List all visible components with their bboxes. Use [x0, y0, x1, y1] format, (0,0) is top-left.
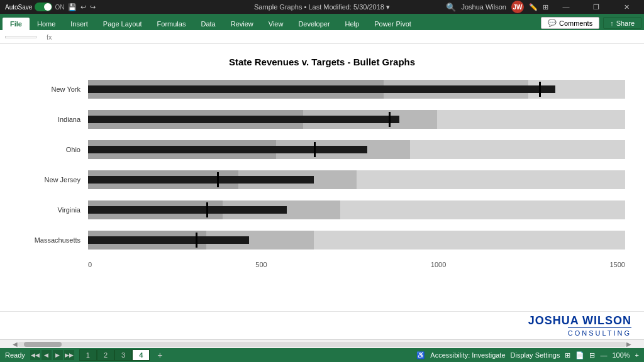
watermark: JOSHUA WILSON CONSULTING — [528, 314, 631, 337]
tab-file[interactable]: File — [3, 18, 30, 30]
bullet-label: Virginia — [19, 206, 88, 214]
save-icon[interactable]: 💾 — [68, 3, 77, 11]
accessibility-label[interactable]: Accessibility: Investigate — [430, 351, 505, 359]
page-break-icon[interactable]: ⊟ — [589, 351, 595, 359]
bullet-target-marker — [389, 112, 391, 127]
sheet-back-arrow[interactable]: ◀ — [42, 350, 52, 360]
layout-view-icon[interactable]: ⊞ — [565, 351, 570, 359]
watermark-area: JOSHUA WILSON CONSULTING — [0, 311, 644, 339]
add-sheet-icon[interactable]: + — [157, 350, 162, 360]
bullet-target-marker — [196, 233, 197, 248]
close-button[interactable]: ✕ — [614, 0, 639, 14]
search-icon[interactable]: 🔍 — [446, 3, 456, 12]
tab-home[interactable]: Home — [30, 18, 63, 30]
sheet-prev-arrow[interactable]: ◀◀ — [30, 350, 40, 360]
bullet-row: New York — [19, 80, 625, 99]
bullet-track — [88, 170, 625, 189]
toggle-knob — [44, 3, 52, 11]
restore-button[interactable]: ❐ — [584, 0, 609, 14]
zoom-in-icon[interactable]: + — [635, 351, 639, 359]
sheet-tab-3[interactable]: 3 — [114, 349, 132, 361]
bullet-target-marker — [539, 82, 541, 97]
autosave-toggle[interactable] — [35, 3, 52, 11]
page-layout-icon[interactable]: 📄 — [575, 351, 584, 359]
formula-bar: fx — [0, 30, 644, 44]
bullet-bar — [88, 85, 555, 93]
bullet-track — [88, 140, 625, 159]
title-bar: AutoSave ON 💾 ↩ ↪ Sample Graphs • Last M… — [0, 0, 644, 14]
title-bar-right: 🔍 Joshua Wilson JW ✏️ ⊞ — ❐ ✕ — [446, 0, 639, 14]
comments-icon: 💬 — [548, 19, 557, 27]
modified-chevron[interactable]: ▾ — [386, 3, 390, 11]
sheet-end-arrow[interactable]: ▶▶ — [64, 350, 74, 360]
sheet-tabs: 1 2 3 4 — [79, 349, 150, 361]
tab-data[interactable]: Data — [193, 18, 223, 30]
bullet-row: New Jersey — [19, 170, 625, 189]
tab-page-layout[interactable]: Page Layout — [96, 18, 150, 30]
tab-help[interactable]: Help — [338, 18, 367, 30]
bullet-bar — [88, 236, 249, 244]
bullet-bar — [88, 116, 399, 123]
bullet-row: Massachusetts — [19, 231, 625, 250]
accessibility-icon: ♿ — [416, 351, 425, 359]
bullet-label: New York — [19, 85, 88, 93]
pen-icon[interactable]: ✏️ — [529, 3, 538, 11]
tab-review[interactable]: Review — [223, 18, 261, 30]
bullet-track — [88, 200, 625, 219]
modified-date: Last Modified: 5/30/2018 — [308, 3, 384, 11]
x-axis: 0 500 1000 1500 — [19, 261, 625, 268]
scroll-track[interactable] — [18, 342, 626, 347]
bullet-row: Virginia — [19, 200, 625, 219]
sheet-tab-2[interactable]: 2 — [97, 349, 114, 361]
tab-insert[interactable]: Insert — [63, 18, 96, 30]
watermark-name: JOSHUA WILSON — [528, 314, 631, 327]
tab-formulas[interactable]: Formulas — [150, 18, 194, 30]
minimize-button[interactable]: — — [553, 0, 579, 14]
bullet-track — [88, 231, 625, 250]
tab-view[interactable]: View — [261, 18, 291, 30]
nav-arrows: ◀◀ ◀ ▶ ▶▶ — [30, 350, 74, 360]
scroll-left-arrow[interactable]: ◀ — [13, 341, 18, 348]
filename: Sample Graphs — [254, 3, 302, 11]
comments-button[interactable]: 💬 Comments — [541, 17, 599, 29]
autosave-state: ON — [55, 4, 64, 11]
ribbon-tabs: File Home Insert Page Layout Formulas Da… — [0, 14, 644, 30]
watermark-sub: CONSULTING — [568, 327, 631, 337]
scroll-right-arrow[interactable]: ▶ — [626, 341, 631, 348]
bullet-target-marker — [314, 142, 316, 157]
display-settings[interactable]: Display Settings — [511, 351, 560, 359]
bullet-track — [88, 110, 625, 129]
autosave-section: AutoSave ON — [5, 3, 64, 11]
title-bar-center: Sample Graphs • Last Modified: 5/30/2018… — [254, 3, 390, 11]
redo-icon[interactable]: ↪ — [90, 3, 96, 11]
status-right: ♿ Accessibility: Investigate Display Set… — [416, 351, 639, 359]
title-bar-left: AutoSave ON 💾 ↩ ↪ — [5, 3, 96, 11]
cell-ref[interactable] — [5, 36, 36, 38]
x-label-500: 500 — [255, 261, 267, 268]
autosave-label: AutoSave — [5, 4, 32, 11]
sheet-tab-1[interactable]: 1 — [79, 349, 97, 361]
undo-icon[interactable]: ↩ — [80, 3, 86, 11]
scroll-area[interactable]: ◀ ▶ — [0, 339, 644, 348]
bullet-row: Indiana — [19, 110, 625, 129]
share-icon: ↑ — [610, 19, 614, 27]
bullet-bar — [88, 176, 314, 184]
bullet-label: Indiana — [19, 116, 88, 123]
share-button[interactable]: ↑ Share — [603, 17, 641, 29]
tab-power-pivot[interactable]: Power Pivot — [367, 18, 419, 30]
zoom-out-icon[interactable]: — — [600, 351, 607, 359]
sheet-tab-4[interactable]: 4 — [132, 349, 150, 361]
ready-status: Ready — [5, 351, 25, 359]
bullet-row: Ohio — [19, 140, 625, 159]
tab-developer[interactable]: Developer — [291, 18, 337, 30]
sheet-fwd-arrow[interactable]: ▶ — [53, 350, 63, 360]
zoom-level: 100% — [612, 351, 630, 359]
ribbon-action-buttons: 💬 Comments ↑ Share — [541, 17, 641, 30]
layout-icon[interactable]: ⊞ — [543, 3, 548, 11]
scroll-thumb[interactable] — [24, 342, 62, 347]
user-avatar[interactable]: JW — [511, 1, 524, 13]
bullet-target-marker — [206, 202, 208, 217]
bullet-bar — [88, 146, 367, 153]
bullet-label: Ohio — [19, 146, 88, 153]
content-area: State Revenues v. Targets - Bullet Graph… — [0, 44, 644, 339]
